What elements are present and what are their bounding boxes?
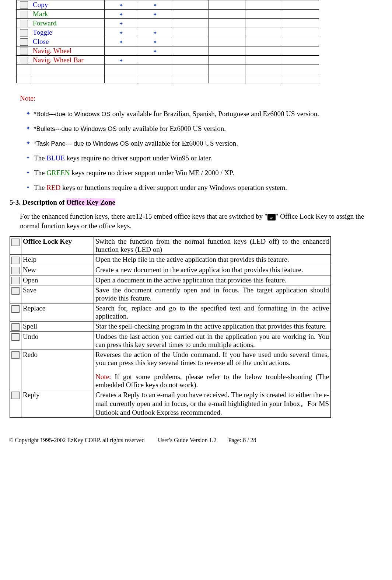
support-mark	[172, 0, 209, 10]
support-mark: ✦	[138, 37, 172, 46]
table-row: ReplyCreates a Reply to an e-mail you ha…	[10, 390, 331, 417]
row-icon	[10, 350, 21, 390]
table-row: Copy✦✦	[17, 0, 319, 10]
row-icon	[10, 275, 21, 285]
note-text: *Task Pane--- due to Windows OS only ava…	[34, 139, 385, 147]
key-icon	[20, 29, 28, 37]
table-row: OpenOpen a document in the active applic…	[10, 275, 331, 285]
support-mark	[104, 74, 138, 83]
support-mark	[282, 28, 319, 37]
table-row	[17, 74, 319, 83]
table-row: SpellStar the spell-checking program in …	[10, 322, 331, 332]
support-mark	[138, 65, 172, 74]
note-text: *Bullets---due to Windows OS only availa…	[34, 125, 385, 133]
row-icon	[17, 10, 31, 19]
key-name: Office Lock Key	[21, 237, 94, 255]
key-description: Reverses the action of the Undo command.…	[94, 350, 331, 390]
diamond-icon: ✦	[119, 21, 123, 27]
key-name: Undo	[21, 331, 94, 350]
diamond-icon: ✦	[153, 3, 157, 8]
row-icon	[10, 255, 21, 265]
note-text: The GREEN keys require no driver support…	[34, 169, 385, 177]
table-row	[17, 65, 319, 74]
key-description: Create a new document in the active appl…	[94, 265, 331, 275]
key-name	[31, 65, 105, 74]
row-icon	[17, 74, 31, 83]
key-icon	[11, 323, 20, 331]
key-icon	[11, 287, 20, 295]
table-row: Toggle✦✦	[17, 28, 319, 37]
table-row: UndoUndoes the last action you carried o…	[10, 331, 331, 350]
footer-version: User's Guide Version 1.2	[158, 437, 217, 443]
footer-copyright: © Copyright 1995-2002 EzKey CORP. all ri…	[9, 437, 145, 443]
key-description: Creates a Reply to an e-mail you have re…	[94, 390, 331, 417]
key-description: Switch the function from the normal func…	[94, 237, 331, 255]
diamond-icon: ✦	[119, 58, 123, 63]
note-item: ✦*Bullets---due to Windows OS only avail…	[24, 125, 385, 133]
support-mark	[172, 46, 209, 56]
support-mark: ✦	[138, 0, 172, 10]
diamond-icon: ✦	[24, 110, 32, 117]
key-name: Open	[21, 275, 94, 285]
key-icon	[20, 57, 28, 64]
key-name: Forward	[31, 19, 105, 28]
key-name: Save	[21, 285, 94, 303]
table-row: RedoReverses the action of the Undo comm…	[10, 350, 331, 390]
row-icon	[17, 28, 31, 37]
diamond-icon: ✦	[153, 30, 157, 36]
diamond-icon: ✦	[24, 184, 32, 191]
row-icon	[10, 285, 21, 303]
key-icon	[11, 392, 20, 399]
key-icon	[11, 277, 20, 284]
support-mark: ✦	[104, 37, 138, 46]
key-icon	[20, 38, 28, 46]
diamond-icon: ✦	[119, 12, 123, 17]
key-support-table: Copy✦✦Mark✦✦Forward✦Toggle✦✦Close✦✦Navig…	[16, 0, 319, 83]
support-mark	[209, 0, 245, 10]
note-heading: Note:	[20, 94, 385, 103]
support-mark	[245, 74, 282, 83]
support-mark	[172, 65, 209, 74]
key-name: New	[21, 265, 94, 275]
support-mark	[209, 56, 245, 65]
row-icon	[17, 65, 31, 74]
support-mark	[172, 10, 209, 19]
support-mark	[104, 46, 138, 56]
support-mark: ✦	[138, 10, 172, 19]
support-mark	[282, 46, 319, 56]
diamond-icon: ✦	[24, 139, 32, 147]
support-mark	[172, 37, 209, 46]
support-mark	[209, 10, 245, 19]
key-icon	[11, 305, 20, 313]
row-icon	[17, 46, 31, 56]
row-icon	[17, 37, 31, 46]
row-icon	[10, 265, 21, 275]
support-mark	[138, 56, 172, 65]
row-icon	[17, 56, 31, 65]
support-mark	[282, 65, 319, 74]
row-icon	[10, 237, 21, 255]
support-mark: ✦	[104, 0, 138, 10]
table-row: NewCreate a new document in the active a…	[10, 265, 331, 275]
support-mark	[209, 46, 245, 56]
key-icon	[11, 333, 20, 341]
key-icon	[11, 257, 20, 264]
support-mark	[282, 37, 319, 46]
office-lock-icon: ⎄	[267, 214, 276, 220]
support-mark	[282, 74, 319, 83]
diamond-icon: ✦	[24, 125, 32, 132]
support-mark	[245, 56, 282, 65]
support-mark	[245, 19, 282, 28]
row-icon	[10, 303, 21, 322]
support-mark	[282, 10, 319, 19]
key-name: Copy	[31, 0, 105, 10]
diamond-icon: ✦	[119, 30, 123, 36]
key-description: Save the document currently open and in …	[94, 285, 331, 303]
key-description: Open the Help file in the active applica…	[94, 255, 331, 265]
note-item: ✦The RED keys or functions require a dri…	[24, 184, 385, 192]
notes-list: ✦*Bold---due to Windows OS only availabl…	[24, 110, 385, 192]
note-item: ✦*Bold---due to Windows OS only availabl…	[24, 110, 385, 118]
diamond-icon: ✦	[153, 39, 157, 45]
key-name: Reply	[21, 390, 94, 417]
support-mark	[245, 65, 282, 74]
